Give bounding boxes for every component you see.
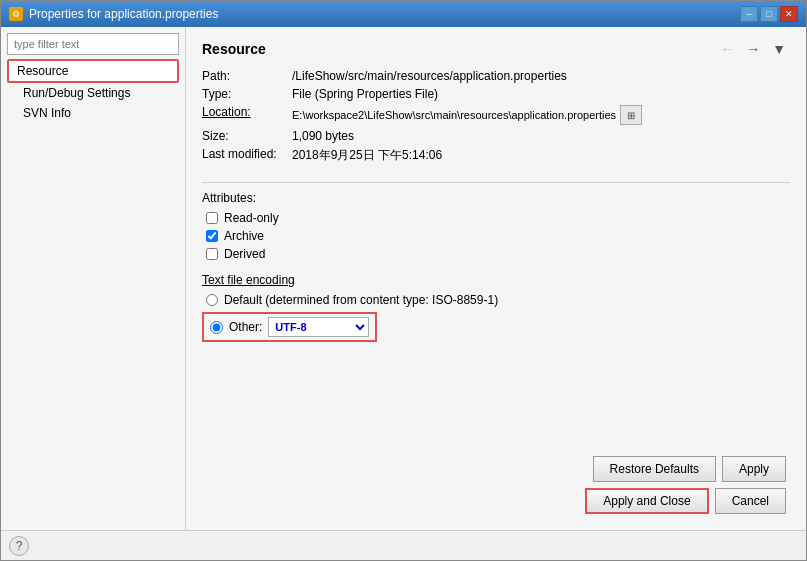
- readonly-row: Read-only: [202, 211, 790, 225]
- title-bar: ⚙ Properties for application.properties …: [1, 1, 806, 27]
- apply-button[interactable]: Apply: [722, 456, 786, 482]
- dropdown-button[interactable]: ▼: [768, 39, 790, 59]
- derived-row: Derived: [202, 247, 790, 261]
- readonly-label: Read-only: [224, 211, 279, 225]
- path-label: Path:: [202, 69, 292, 83]
- default-encoding-row: Default (determined from content type: I…: [202, 293, 790, 307]
- button-row-top: Restore Defaults Apply: [202, 456, 790, 482]
- location-label: Location:: [202, 105, 292, 125]
- forward-button[interactable]: →: [742, 39, 764, 59]
- divider: [202, 182, 790, 183]
- location-browse-button[interactable]: ⊞: [620, 105, 642, 125]
- size-value: 1,090 bytes: [292, 129, 790, 143]
- default-encoding-radio[interactable]: [206, 294, 218, 306]
- modified-value: 2018年9月25日 下午5:14:06: [292, 147, 790, 164]
- location-row: E:\workspace2\LifeShow\src\main\resource…: [292, 105, 790, 125]
- attributes-label: Attributes:: [202, 191, 790, 205]
- other-encoding-row: Other: UTF-8 UTF-16 ISO-8859-1 US-ASCII …: [202, 312, 377, 342]
- derived-checkbox[interactable]: [206, 248, 218, 260]
- encoding-section-label: Text file encoding: [202, 273, 790, 287]
- apply-and-close-button[interactable]: Apply and Close: [585, 488, 708, 514]
- footer-bar: ?: [1, 530, 806, 560]
- back-button[interactable]: ←: [716, 39, 738, 59]
- path-value: /LifeShow/src/main/resources/application…: [292, 69, 790, 83]
- sidebar: Resource Run/Debug Settings SVN Info: [1, 27, 186, 530]
- button-row-bottom: Apply and Close Cancel: [202, 488, 790, 522]
- panel-header: Resource ← → ▼: [202, 39, 790, 59]
- other-encoding-radio[interactable]: [210, 321, 223, 334]
- main-panel: Resource ← → ▼ Path: /LifeShow/src/main/…: [186, 27, 806, 530]
- encoding-section: Text file encoding Default (determined f…: [202, 273, 790, 342]
- readonly-checkbox[interactable]: [206, 212, 218, 224]
- panel-title: Resource: [202, 41, 266, 57]
- nav-arrows: ← → ▼: [716, 39, 790, 59]
- title-bar-left: ⚙ Properties for application.properties: [9, 7, 218, 21]
- window-icon: ⚙: [9, 7, 23, 21]
- type-value: File (Spring Properties File): [292, 87, 790, 101]
- window-title: Properties for application.properties: [29, 7, 218, 21]
- title-bar-controls: – □ ✕: [740, 6, 798, 22]
- archive-label: Archive: [224, 229, 264, 243]
- sidebar-item-svn-info[interactable]: SVN Info: [7, 103, 179, 123]
- sidebar-item-run-debug[interactable]: Run/Debug Settings: [7, 83, 179, 103]
- bottom-area: Restore Defaults Apply Apply and Close C…: [202, 448, 790, 530]
- close-button[interactable]: ✕: [780, 6, 798, 22]
- minimize-button[interactable]: –: [740, 6, 758, 22]
- archive-checkbox[interactable]: [206, 230, 218, 242]
- derived-label: Derived: [224, 247, 265, 261]
- restore-defaults-button[interactable]: Restore Defaults: [593, 456, 716, 482]
- modified-label: Last modified:: [202, 147, 292, 164]
- content-area: Resource Run/Debug Settings SVN Info Res…: [1, 27, 806, 530]
- other-encoding-label: Other:: [229, 320, 262, 334]
- encoding-select[interactable]: UTF-8 UTF-16 ISO-8859-1 US-ASCII windows…: [268, 317, 369, 337]
- size-label: Size:: [202, 129, 292, 143]
- type-label: Type:: [202, 87, 292, 101]
- sidebar-item-resource[interactable]: Resource: [7, 59, 179, 83]
- filter-input[interactable]: [7, 33, 179, 55]
- archive-row: Archive: [202, 229, 790, 243]
- main-window: ⚙ Properties for application.properties …: [0, 0, 807, 561]
- maximize-button[interactable]: □: [760, 6, 778, 22]
- help-button[interactable]: ?: [9, 536, 29, 556]
- info-grid: Path: /LifeShow/src/main/resources/appli…: [202, 69, 790, 164]
- cancel-button[interactable]: Cancel: [715, 488, 786, 514]
- default-encoding-label: Default (determined from content type: I…: [224, 293, 498, 307]
- location-value: E:\workspace2\LifeShow\src\main\resource…: [292, 109, 616, 121]
